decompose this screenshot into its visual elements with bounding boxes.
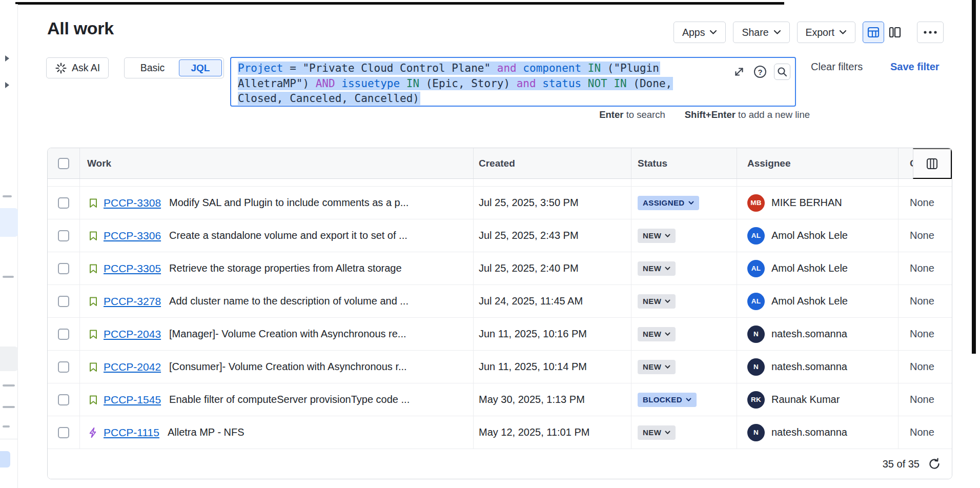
chevron-down-icon	[686, 398, 691, 402]
row-checkbox[interactable]	[58, 197, 69, 209]
chevron-down-icon	[665, 332, 670, 336]
issue-title: Alletra MP - NFS	[168, 426, 244, 438]
table-view-button[interactable]	[863, 22, 884, 43]
status-badge[interactable]: NEW	[638, 360, 676, 374]
table-row[interactable]: PCCP-3278 Add cluster name to the descri…	[48, 285, 952, 318]
status-badge[interactable]: NEW	[638, 327, 676, 341]
chevron-down-icon	[839, 30, 847, 35]
app-window: All work Apps Share Export	[0, 0, 980, 488]
jql-editor-actions: ?	[732, 64, 790, 80]
select-all-checkbox[interactable]	[58, 158, 69, 169]
detail-view-button[interactable]	[884, 22, 906, 43]
avatar: AL	[747, 293, 765, 310]
issue-key-link[interactable]: PCCP-2043	[104, 328, 161, 340]
run-search-button[interactable]	[774, 64, 790, 80]
syntax-help-button[interactable]: ?	[753, 65, 767, 79]
story-icon	[87, 197, 99, 209]
save-filter-button[interactable]: Save filter	[890, 61, 940, 73]
sidebar-expand-icon[interactable]	[5, 82, 9, 88]
issue-key-link[interactable]: PCCP-3305	[104, 262, 161, 275]
ask-ai-button[interactable]: Ask AI	[46, 57, 109, 78]
assignee-name: Amol Ashok Lele	[771, 262, 848, 274]
table-row[interactable]: PCCP-2042 [Consumer]- Volume Creation wi…	[48, 351, 952, 383]
apps-button[interactable]: Apps	[673, 22, 726, 43]
chevron-down-icon	[688, 201, 694, 205]
row-checkbox[interactable]	[58, 263, 69, 274]
hint-shift-key: Shift+Enter	[685, 109, 736, 120]
hint-enter-text: to search	[624, 109, 665, 120]
category-value: None	[910, 197, 934, 209]
columns-icon	[925, 157, 939, 171]
status-badge[interactable]: NEW	[638, 294, 676, 309]
sidebar-item-active[interactable]	[0, 208, 18, 237]
status-badge[interactable]: ASSIGNED	[638, 196, 699, 210]
column-header-status[interactable]: Status	[631, 148, 737, 178]
table-row[interactable]: PCCP-1545 Enable filter of computeServer…	[48, 383, 952, 416]
ai-spark-icon	[55, 62, 67, 74]
table-row[interactable]: PCCP-2043 [Manager]- Volume Creation wit…	[48, 318, 952, 351]
created-date: May 30, 2025, 1:13 PM	[479, 394, 585, 405]
jql-query-editor[interactable]: Project = "Private Cloud Control Plane" …	[230, 57, 796, 107]
status-badge[interactable]: NEW	[638, 425, 676, 440]
table-header-row: Work Created Status Assignee C	[48, 148, 952, 179]
table-row[interactable]: PCCP-3305 Retrieve the storage propertie…	[48, 252, 952, 285]
story-icon	[87, 230, 99, 242]
created-date: May 12, 2025, 11:01 PM	[479, 426, 589, 438]
created-date: Jul 25, 2025, 2:40 PM	[479, 262, 579, 274]
column-header-created[interactable]: Created	[474, 148, 631, 178]
table-row[interactable]: PCCP-3306 Create a standalone volume and…	[48, 219, 952, 252]
epic-icon	[87, 426, 99, 439]
row-checkbox[interactable]	[58, 329, 69, 340]
table-row[interactable]: PCCP-1115 Alletra MP - NFS May 12, 2025,…	[48, 416, 952, 449]
export-button-label: Export	[806, 27, 834, 38]
assignee-name: Amol Ashok Lele	[771, 230, 848, 241]
row-checkbox[interactable]	[58, 230, 69, 241]
ellipsis-icon	[924, 31, 937, 34]
status-badge[interactable]: NEW	[638, 229, 676, 243]
issue-key-link[interactable]: PCCP-3306	[104, 230, 161, 242]
mode-basic-button[interactable]: Basic	[126, 62, 179, 74]
sidebar-item-fragment	[3, 384, 15, 387]
issue-title: [Consumer]- Volume Creation with Asynchr…	[169, 361, 407, 373]
row-checkbox[interactable]	[58, 296, 69, 307]
window-top-edge	[15, 2, 784, 5]
issue-key-link[interactable]: PCCP-1545	[104, 394, 161, 406]
issue-key-link[interactable]: PCCP-2042	[104, 361, 161, 373]
category-value: None	[910, 361, 934, 373]
status-label: NEW	[643, 330, 661, 338]
configure-columns-button[interactable]	[913, 148, 952, 179]
column-header-assignee[interactable]: Assignee	[737, 148, 899, 178]
status-badge[interactable]: BLOCKED	[638, 393, 697, 407]
chevron-down-icon	[709, 30, 717, 35]
sidebar-item-fragment	[3, 425, 10, 428]
column-header-work[interactable]: Work	[80, 148, 474, 178]
sidebar-item-fragment	[3, 195, 12, 197]
export-button[interactable]: Export	[797, 22, 855, 43]
avatar: N	[747, 326, 765, 343]
share-button[interactable]: Share	[733, 22, 789, 43]
sidebar-expand-icon[interactable]	[5, 55, 9, 62]
issue-key-link[interactable]: PCCP-3278	[104, 295, 161, 308]
sidebar-item-hover[interactable]	[0, 347, 18, 371]
more-actions-button[interactable]	[917, 22, 944, 43]
category-value: None	[910, 262, 934, 274]
sidebar-footer-item[interactable]	[0, 451, 10, 467]
refresh-button[interactable]	[927, 457, 942, 471]
clear-filters-button[interactable]: Clear filters	[811, 61, 863, 73]
created-date: Jun 11, 2025, 10:16 PM	[479, 328, 587, 340]
status-badge[interactable]: NEW	[638, 261, 676, 276]
row-checkbox[interactable]	[58, 394, 69, 405]
chevron-down-icon	[665, 431, 670, 435]
assignee-name: Raunak Kumar	[771, 394, 840, 405]
row-checkbox[interactable]	[58, 361, 69, 373]
issue-key-link[interactable]: PCCP-1115	[104, 426, 159, 439]
mode-jql-button[interactable]: JQL	[179, 59, 222, 76]
expand-editor-button[interactable]	[732, 65, 746, 79]
issue-key-link[interactable]: PCCP-3308	[104, 197, 161, 209]
avatar: N	[747, 358, 765, 376]
row-checkbox[interactable]	[58, 427, 69, 438]
status-label: NEW	[643, 264, 661, 273]
status-label: NEW	[643, 428, 661, 437]
table-row[interactable]: PCCP-3308 Modify SAL and Plugin to inclu…	[48, 187, 952, 219]
sidebar-divider	[0, 439, 18, 439]
